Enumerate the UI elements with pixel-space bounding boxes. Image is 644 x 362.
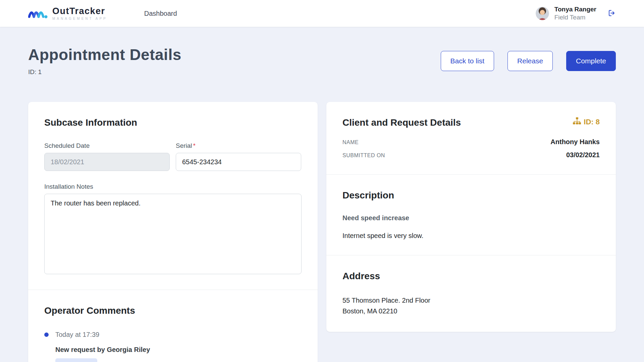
back-to-list-button[interactable]: Back to list [441,51,494,71]
address-text: 55 Thomson Place. 2nd Floor Boston, MA 0… [342,295,600,316]
serial-label: Serial* [176,142,301,149]
submitted-on-row: SUBMITTED ON 03/02/2021 [342,151,600,159]
client-name-label: NAME [342,139,359,145]
description-subject: Need speed increase [342,214,600,222]
complete-button[interactable]: Complete [566,51,616,71]
client-details-section: Client and Request Details ID: 8 [326,102,616,174]
scheduled-date-input [44,153,170,171]
client-name-row: NAME Anthony Hanks [342,138,600,146]
address-section: Address 55 Thomson Place. 2nd Floor Bost… [326,255,616,332]
main-nav: Dashboard [144,10,177,17]
submitted-on-label: SUBMITTED ON [342,153,385,159]
timeline-dot-icon [44,333,49,337]
brand-logo[interactable]: OutTracker MANAGEMENT APP [28,7,107,20]
user-avatar[interactable] [536,7,549,20]
request-id: ID: 8 [573,117,600,127]
page-header: Appointment Details ID: 1 Back to list R… [28,46,616,76]
description-text: Internet speed is very slow. [342,232,600,240]
comment-time: Today at 17:39 [55,331,99,339]
description-title: Description [342,190,600,201]
user-role: Field Team [554,13,596,21]
installation-notes-label: Installation Notes [44,183,302,190]
client-kv-rows: NAME Anthony Hanks SUBMITTED ON 03/02/20… [342,138,600,159]
request-id-label: ID: 8 [584,118,600,126]
page-title: Appointment Details [28,46,181,64]
brand-subtitle: MANAGEMENT APP [52,17,107,20]
address-line2: Boston, MA 02210 [342,306,600,316]
subcase-form-row: Scheduled Date Serial* [44,142,302,171]
client-details-title: Client and Request Details [342,117,461,128]
scheduled-date-label: Scheduled Date [44,142,170,149]
header-actions: Back to list Release Complete [441,51,616,71]
address-title: Address [342,271,600,282]
required-asterisk: * [193,142,196,149]
cards-row: Subcase Information Scheduled Date Seria… [28,102,616,362]
subcase-info-section: Subcase Information Scheduled Date Seria… [28,102,318,290]
client-name-value: Anthony Hanks [550,138,600,146]
nav-link-dashboard[interactable]: Dashboard [144,10,177,17]
logout-button[interactable] [608,9,616,18]
operator-comments-section: Operator Comments Today at 17:39 New req… [28,290,318,362]
subcase-title: Subcase Information [44,117,302,128]
installation-notes-textarea[interactable]: The router has been replaced. [44,194,302,274]
logout-icon [608,9,616,18]
client-card: Client and Request Details ID: 8 [326,102,616,332]
status-badge: SUBMITTED [55,358,97,362]
serial-input[interactable] [176,153,301,171]
operator-comments-title: Operator Comments [44,305,302,316]
release-button[interactable]: Release [507,51,553,71]
brand-name: OutTracker [52,7,107,16]
installation-notes-group: Installation Notes The router has been r… [44,183,302,274]
comment-text: New request by Georgia Riley [55,346,302,354]
comment-item: Today at 17:39 New request by Georgia Ri… [44,331,302,362]
user-area: Tonya Ranger Field Team [536,5,616,21]
sitemap-icon [573,117,581,127]
appointment-id: ID: 1 [28,68,181,76]
top-navbar: OutTracker MANAGEMENT APP Dashboard Tony… [0,0,644,27]
subcase-card: Subcase Information Scheduled Date Seria… [28,102,318,362]
submitted-on-value: 03/02/2021 [566,151,600,159]
description-section: Description Need speed increase Internet… [326,175,616,255]
main-content: Appointment Details ID: 1 Back to list R… [0,27,644,362]
scheduled-date-group: Scheduled Date [44,142,170,171]
address-line1: 55 Thomson Place. 2nd Floor [342,295,600,306]
user-name: Tonya Ranger [554,5,596,13]
serial-group: Serial* [176,142,301,171]
outtracker-logo-icon [28,7,48,20]
